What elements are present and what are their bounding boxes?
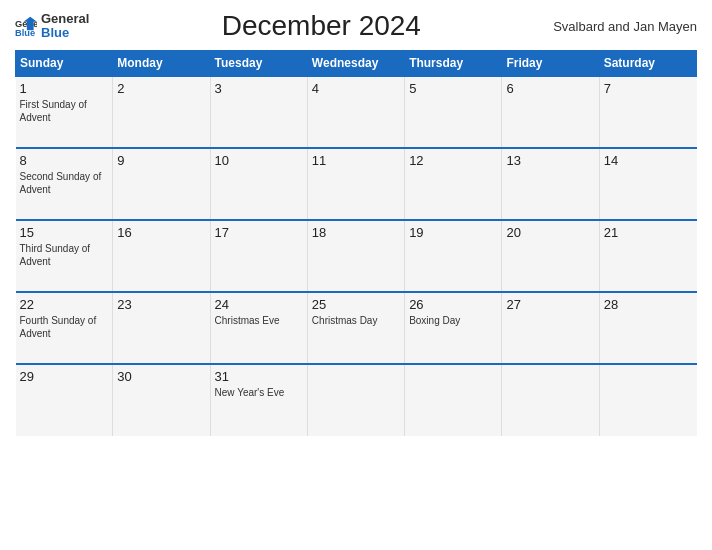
page: General Blue General Blue December 2024 … — [0, 0, 712, 550]
calendar-cell: 24Christmas Eve — [210, 292, 307, 364]
day-event: Third Sunday of Advent — [20, 243, 91, 267]
day-number: 31 — [215, 369, 303, 384]
day-number: 23 — [117, 297, 205, 312]
day-event: Fourth Sunday of Advent — [20, 315, 97, 339]
calendar-cell — [307, 364, 404, 436]
calendar-cell: 13 — [502, 148, 599, 220]
day-number: 10 — [215, 153, 303, 168]
logo: General Blue General Blue — [15, 12, 89, 41]
calendar-week-row: 1First Sunday of Advent234567 — [16, 76, 697, 148]
day-number: 2 — [117, 81, 205, 96]
day-number: 24 — [215, 297, 303, 312]
calendar-cell: 15Third Sunday of Advent — [16, 220, 113, 292]
calendar-cell: 11 — [307, 148, 404, 220]
calendar-cell: 18 — [307, 220, 404, 292]
calendar-cell: 28 — [599, 292, 696, 364]
day-number: 12 — [409, 153, 497, 168]
day-number: 22 — [20, 297, 109, 312]
day-number: 16 — [117, 225, 205, 240]
day-number: 5 — [409, 81, 497, 96]
col-friday: Friday — [502, 51, 599, 77]
day-number: 15 — [20, 225, 109, 240]
calendar-cell: 2 — [113, 76, 210, 148]
calendar-cell: 8Second Sunday of Advent — [16, 148, 113, 220]
day-number: 30 — [117, 369, 205, 384]
calendar-cell: 3 — [210, 76, 307, 148]
calendar-cell: 25Christmas Day — [307, 292, 404, 364]
day-event: First Sunday of Advent — [20, 99, 87, 123]
calendar-week-row: 293031New Year's Eve — [16, 364, 697, 436]
calendar-cell: 14 — [599, 148, 696, 220]
day-event: Christmas Eve — [215, 315, 280, 326]
calendar-cell: 20 — [502, 220, 599, 292]
calendar-cell — [599, 364, 696, 436]
calendar-cell: 10 — [210, 148, 307, 220]
calendar-cell: 7 — [599, 76, 696, 148]
day-number: 18 — [312, 225, 400, 240]
calendar-cell: 27 — [502, 292, 599, 364]
logo-blue: Blue — [41, 26, 89, 40]
calendar-cell: 16 — [113, 220, 210, 292]
month-title: December 2024 — [89, 10, 553, 42]
day-number: 28 — [604, 297, 693, 312]
day-number: 6 — [506, 81, 594, 96]
day-event: Boxing Day — [409, 315, 460, 326]
col-thursday: Thursday — [405, 51, 502, 77]
calendar-cell: 12 — [405, 148, 502, 220]
col-saturday: Saturday — [599, 51, 696, 77]
day-number: 25 — [312, 297, 400, 312]
calendar-cell: 22Fourth Sunday of Advent — [16, 292, 113, 364]
day-number: 29 — [20, 369, 109, 384]
day-number: 13 — [506, 153, 594, 168]
calendar-cell: 17 — [210, 220, 307, 292]
col-tuesday: Tuesday — [210, 51, 307, 77]
day-number: 11 — [312, 153, 400, 168]
day-number: 20 — [506, 225, 594, 240]
calendar-cell: 6 — [502, 76, 599, 148]
calendar-cell: 31New Year's Eve — [210, 364, 307, 436]
day-event: Christmas Day — [312, 315, 378, 326]
calendar-cell — [405, 364, 502, 436]
calendar-week-row: 8Second Sunday of Advent91011121314 — [16, 148, 697, 220]
region: Svalbard and Jan Mayen — [553, 19, 697, 34]
day-event: New Year's Eve — [215, 387, 285, 398]
calendar-week-row: 22Fourth Sunday of Advent2324Christmas E… — [16, 292, 697, 364]
day-number: 3 — [215, 81, 303, 96]
day-number: 4 — [312, 81, 400, 96]
day-number: 19 — [409, 225, 497, 240]
day-number: 1 — [20, 81, 109, 96]
header: General Blue General Blue December 2024 … — [15, 10, 697, 42]
calendar-cell — [502, 364, 599, 436]
col-wednesday: Wednesday — [307, 51, 404, 77]
calendar-week-row: 15Third Sunday of Advent161718192021 — [16, 220, 697, 292]
logo-general: General — [41, 12, 89, 26]
calendar-cell: 23 — [113, 292, 210, 364]
calendar-cell: 30 — [113, 364, 210, 436]
calendar-cell: 9 — [113, 148, 210, 220]
day-event: Second Sunday of Advent — [20, 171, 102, 195]
day-number: 26 — [409, 297, 497, 312]
calendar-cell: 21 — [599, 220, 696, 292]
logo-icon: General Blue — [15, 15, 37, 37]
calendar-cell: 19 — [405, 220, 502, 292]
day-number: 14 — [604, 153, 693, 168]
day-number: 9 — [117, 153, 205, 168]
calendar-cell: 4 — [307, 76, 404, 148]
day-number: 7 — [604, 81, 693, 96]
calendar-cell: 1First Sunday of Advent — [16, 76, 113, 148]
col-sunday: Sunday — [16, 51, 113, 77]
day-number: 27 — [506, 297, 594, 312]
day-number: 21 — [604, 225, 693, 240]
col-monday: Monday — [113, 51, 210, 77]
calendar-table: Sunday Monday Tuesday Wednesday Thursday… — [15, 50, 697, 436]
calendar-cell: 26Boxing Day — [405, 292, 502, 364]
calendar-cell: 29 — [16, 364, 113, 436]
calendar-header-row: Sunday Monday Tuesday Wednesday Thursday… — [16, 51, 697, 77]
day-number: 8 — [20, 153, 109, 168]
day-number: 17 — [215, 225, 303, 240]
calendar-cell: 5 — [405, 76, 502, 148]
